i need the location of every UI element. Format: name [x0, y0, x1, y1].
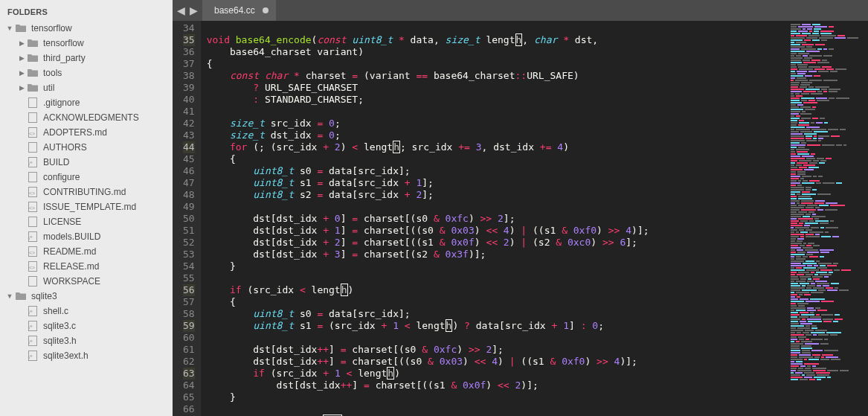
file-models.BUILD[interactable]: /* models.BUILD: [0, 229, 173, 244]
line-number[interactable]: 59: [183, 320, 195, 332]
code-line[interactable]: dst[dst_idx + 3] = charset[(s2 & 0x3f)];: [207, 249, 786, 260]
line-number[interactable]: 45: [183, 153, 195, 165]
code-line[interactable]: }: [207, 391, 786, 403]
line-number[interactable]: 63: [183, 368, 195, 380]
code-line[interactable]: uint8_t s1 = data[src_idx + 1];: [207, 177, 786, 189]
code-line[interactable]: dst[dst_idx++] = charset[(s0 & 0xfc) >> …: [207, 344, 786, 356]
line-number[interactable]: 46: [183, 165, 195, 177]
code-line[interactable]: [207, 201, 786, 213]
code-line[interactable]: uint8_t s2 = data[src_idx + 2];: [207, 189, 786, 201]
line-number[interactable]: 43: [183, 129, 195, 141]
line-number[interactable]: 65: [183, 391, 195, 403]
line-number[interactable]: 66: [183, 403, 195, 415]
line-number[interactable]: 42: [183, 118, 195, 129]
file-shell.c[interactable]: /* shell.c: [0, 304, 173, 319]
tree-label: ADOPTERS.md: [43, 127, 107, 138]
line-number[interactable]: 61: [183, 344, 195, 356]
tree-label: models.BUILD: [43, 231, 100, 242]
line-number[interactable]: 54: [183, 260, 195, 272]
minimap[interactable]: [786, 21, 868, 416]
line-number[interactable]: 37: [183, 58, 195, 70]
line-number[interactable]: 53: [183, 249, 195, 260]
tab-active[interactable]: base64.cc: [202, 0, 276, 21]
line-number[interactable]: 44: [183, 141, 195, 153]
code-line[interactable]: size_t src_idx = 0;: [207, 118, 786, 129]
line-number[interactable]: 38: [183, 70, 195, 82]
code-line[interactable]: {: [207, 58, 786, 70]
line-number[interactable]: 55: [183, 272, 195, 284]
line-number[interactable]: 56: [183, 284, 195, 296]
code-line[interactable]: [207, 22, 786, 34]
code-line[interactable]: [207, 106, 786, 118]
folder-icon: [15, 23, 27, 33]
line-number[interactable]: 47: [183, 177, 195, 189]
folder-sqlite3[interactable]: ▼ sqlite3: [0, 289, 173, 304]
code-line[interactable]: {: [207, 296, 786, 308]
code-line[interactable]: uint8_t s0 = data[src_idx];: [207, 165, 786, 177]
file-WORKSPACE[interactable]: WORKSPACE: [0, 274, 173, 289]
code-area[interactable]: void base64_encode(const uint8_t * data,…: [201, 21, 786, 416]
folder-util[interactable]: ▶ util: [0, 80, 173, 95]
gutter[interactable]: 3435363738394041424344454647484950515253…: [173, 21, 201, 416]
line-number[interactable]: 48: [183, 189, 195, 201]
line-number[interactable]: 62: [183, 356, 195, 368]
folder-third_party[interactable]: ▶ third_party: [0, 51, 173, 65]
line-number[interactable]: 50: [183, 213, 195, 225]
code-line[interactable]: uint8_t s0 = data[src_idx];: [207, 308, 786, 320]
line-number[interactable]: 39: [183, 82, 195, 94]
code-line[interactable]: const char * charset = (variant == base6…: [207, 70, 786, 82]
file-LICENSE[interactable]: LICENSE: [0, 214, 173, 229]
line-number[interactable]: 52: [183, 237, 195, 249]
file-ACKNOWLEDGMENTS[interactable]: ACKNOWLEDGMENTS: [0, 110, 173, 125]
line-number[interactable]: 36: [183, 46, 195, 58]
code-line[interactable]: if (src_idx < length): [207, 284, 786, 296]
code-line[interactable]: dst[dst_idx + 1] = charset[((s0 & 0x03) …: [207, 225, 786, 237]
code-line[interactable]: dst[dst_idx + 0] = charset[(s0 & 0xfc) >…: [207, 213, 786, 225]
editor[interactable]: 3435363738394041424344454647484950515253…: [173, 21, 868, 416]
file-README.md[interactable]: <> README.md: [0, 244, 173, 259]
folder-tools[interactable]: ▶ tools: [0, 65, 173, 80]
file-sqlite3.c[interactable]: /* sqlite3.c: [0, 319, 173, 333]
code-line[interactable]: {: [207, 153, 786, 165]
file-ISSUE_TEMPLATE.md[interactable]: <> ISSUE_TEMPLATE.md: [0, 199, 173, 214]
line-number[interactable]: 35: [183, 34, 195, 46]
code-line[interactable]: [207, 332, 786, 344]
folder-tensorflow[interactable]: ▶ tensorflow: [0, 36, 173, 51]
line-number[interactable]: 60: [183, 332, 195, 344]
back-icon[interactable]: ◀: [177, 4, 185, 16]
line-number[interactable]: 40: [183, 94, 195, 106]
line-number[interactable]: 51: [183, 225, 195, 237]
code-line[interactable]: }: [207, 260, 786, 272]
file-configure[interactable]: configure: [0, 170, 173, 185]
folder-tensorflow[interactable]: ▼ tensorflow: [0, 21, 173, 36]
forward-icon[interactable]: ▶: [190, 4, 198, 16]
tab-history-nav[interactable]: ◀ ▶: [173, 0, 202, 21]
code-line[interactable]: dst[dst_idx++] = charset[((s1 & 0x0f) <<…: [207, 380, 786, 391]
code-line[interactable]: void base64_encode(const uint8_t * data,…: [207, 34, 786, 46]
code-line[interactable]: base64_charset variant): [207, 46, 786, 58]
line-number[interactable]: 49: [183, 201, 195, 213]
file-BUILD[interactable]: /* BUILD: [0, 155, 173, 170]
code-line[interactable]: dst[dst_idx++] = charset[((s0 & 0x03) <<…: [207, 356, 786, 368]
code-line[interactable]: uint8_t s1 = (src_idx + 1 < length) ? da…: [207, 320, 786, 332]
code-line[interactable]: ? URL_SAFE_CHARSET: [207, 82, 786, 94]
file-sqlite3.h[interactable]: /* sqlite3.h: [0, 333, 173, 348]
code-line[interactable]: for (; (src_idx + 2) < length; src_idx +…: [207, 141, 786, 153]
file-.gitignore[interactable]: .gitignore: [0, 95, 173, 110]
file-ADOPTERS.md[interactable]: <> ADOPTERS.md: [0, 125, 173, 140]
code-line[interactable]: : STANDARD_CHARSET;: [207, 94, 786, 106]
code-line[interactable]: dst[dst_idx + 2] = charset[((s1 & 0x0f) …: [207, 237, 786, 249]
line-number[interactable]: 34: [183, 22, 195, 34]
line-number[interactable]: 57: [183, 296, 195, 308]
line-number[interactable]: 64: [183, 380, 195, 391]
file-sqlite3ext.h[interactable]: /* sqlite3ext.h: [0, 348, 173, 363]
file-CONTRIBUTING.md[interactable]: <> CONTRIBUTING.md: [0, 185, 173, 199]
file-RELEASE.md[interactable]: <> RELEASE.md: [0, 259, 173, 274]
file-AUTHORS[interactable]: AUTHORS: [0, 140, 173, 155]
code-line[interactable]: if (src_idx + 1 < length): [207, 368, 786, 380]
code-line[interactable]: [207, 403, 786, 415]
code-line[interactable]: size_t dst_idx = 0;: [207, 129, 786, 141]
code-line[interactable]: [207, 272, 786, 284]
line-number[interactable]: 41: [183, 106, 195, 118]
line-number[interactable]: 58: [183, 308, 195, 320]
